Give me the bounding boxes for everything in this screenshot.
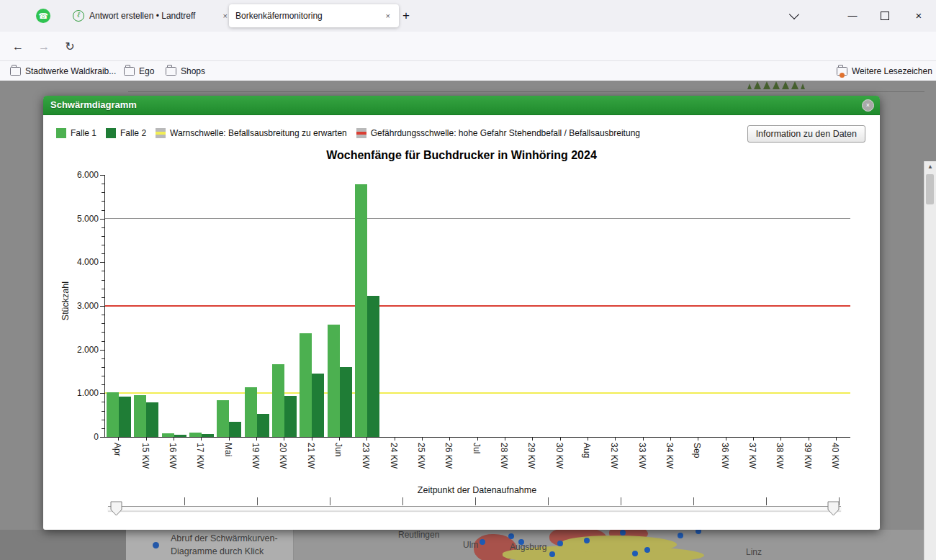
x-tick (366, 438, 367, 441)
x-tick (698, 438, 698, 441)
scrollbar-thumb[interactable] (926, 174, 934, 204)
dialog-header[interactable]: Schwärmdiagramm × (43, 96, 880, 115)
time-range-slider-track[interactable] (108, 506, 841, 511)
y-minor-tick (102, 428, 104, 429)
legend-threshold-swatch (156, 128, 166, 138)
threshold-line-5000 (105, 218, 850, 219)
minimize-button[interactable]: — (842, 9, 863, 23)
x-tick (256, 438, 257, 441)
bar-falle2-Jun (340, 367, 352, 437)
x-tick-label: Apr (112, 443, 122, 456)
x-tick (588, 438, 588, 441)
background-panel-edge (128, 91, 924, 92)
maximize-icon (881, 12, 889, 20)
y-major-tick (100, 262, 104, 263)
map-sidebar-panel: Abruf der Schwärmkurven- Diagramme durch… (126, 530, 294, 560)
y-minor-tick (102, 341, 104, 342)
dialog-title: Schwärmdiagramm (50, 99, 137, 110)
y-tick-label: 0 (43, 432, 99, 442)
x-tick-label: Jul (472, 443, 482, 453)
y-tick-label: 5.000 (43, 214, 99, 224)
y-minor-tick (102, 420, 104, 420)
map-trap-dot[interactable] (632, 551, 638, 556)
y-major-tick (100, 175, 104, 176)
x-tick-label: 40 KW (830, 443, 840, 469)
y-minor-tick (102, 236, 104, 237)
y-tick-label: 3.000 (43, 301, 99, 311)
x-tick (449, 438, 450, 441)
bar-falle2-20KW (284, 396, 297, 437)
back-button[interactable]: ← (9, 37, 27, 56)
y-minor-tick (102, 358, 104, 359)
map-trap-dot[interactable] (549, 551, 555, 557)
slider-tick (693, 497, 694, 505)
reload-button[interactable]: ↻ (60, 37, 79, 56)
bar-falle2-15KW (146, 402, 158, 437)
bookmark-item[interactable]: Ego (121, 64, 157, 78)
map-trap-dot[interactable] (678, 533, 683, 538)
x-tick (560, 438, 561, 441)
map-trap-dot[interactable] (508, 533, 514, 539)
slider-tick (330, 497, 330, 505)
plot-area (104, 175, 850, 438)
x-tick (780, 438, 781, 441)
tab-label: Borkenkäfermonitoring (235, 11, 379, 21)
map-city-label: Ulm (463, 540, 478, 550)
y-tick-label: 2.000 (43, 345, 99, 355)
slider-handle-right[interactable] (827, 501, 840, 516)
map-trap-dot[interactable] (518, 539, 524, 545)
threshold-line-3000 (105, 305, 850, 307)
x-tick-label: 30 KW (554, 443, 564, 469)
tab-close-icon[interactable]: × (384, 11, 392, 21)
bookmark-label: Stadtwerke Waldkraib... (25, 66, 116, 76)
maximize-button[interactable] (874, 9, 896, 23)
background-map: ReutlingenUlmAugsburgLinz (294, 530, 924, 560)
window-titlebar: ☎ ℓAntwort erstellen • Landtreff×Borkenk… (0, 0, 936, 32)
y-major-tick (100, 393, 104, 394)
x-tick-label: 15 KW (140, 443, 150, 469)
page-scrollbar[interactable]: ▲ ▼ (924, 161, 936, 560)
map-trap-dot[interactable] (480, 539, 485, 545)
bookmark-item[interactable]: Shops (163, 64, 208, 78)
info-button[interactable]: Information zu den Daten (747, 125, 865, 143)
legend-label: Warnschwelle: Befallsausbreitung zu erwa… (170, 128, 347, 138)
new-tab-button[interactable]: + (397, 7, 415, 24)
x-tick (174, 438, 174, 441)
note-bullet (153, 542, 159, 548)
swarm-diagram-dialog: Schwärmdiagramm × Falle 1Falle 2Warnschw… (43, 96, 880, 530)
window-close-button[interactable]: × (908, 9, 930, 23)
scroll-up-icon[interactable]: ▲ (924, 161, 936, 173)
x-tick-label: 38 KW (775, 443, 785, 469)
legend-label: Falle 2 (120, 128, 146, 138)
x-tick-label: Aug (582, 443, 592, 458)
whatsapp-icon: ☎ (38, 12, 48, 21)
y-minor-tick (102, 271, 104, 271)
pinned-tab-whatsapp[interactable]: ☎ (36, 9, 50, 23)
bar-falle1-15KW (134, 395, 146, 437)
tab-list-dropdown-button[interactable] (783, 9, 805, 23)
y-major-tick (100, 437, 104, 438)
y-minor-tick (102, 227, 104, 228)
map-region (562, 536, 677, 553)
map-trap-dot[interactable] (584, 538, 590, 543)
threshold-line-1000 (105, 392, 850, 394)
bar-falle2-21KW (312, 374, 324, 437)
bar-falle1-21KW (300, 333, 312, 437)
y-minor-tick (102, 192, 104, 193)
tab-inactive[interactable]: ℓAntwort erstellen • Landtreff× (66, 4, 236, 27)
map-trap-dot[interactable] (620, 530, 626, 536)
map-trap-dot[interactable] (557, 541, 563, 546)
tab-active[interactable]: Borkenkäfermonitoring× (229, 4, 399, 27)
slider-handle-left[interactable] (110, 501, 122, 516)
map-trap-dot[interactable] (696, 530, 701, 534)
bookmark-item[interactable]: Stadtwerke Waldkraib... (7, 64, 119, 78)
map-trap-dot[interactable] (644, 547, 650, 553)
y-minor-tick (102, 253, 104, 254)
forward-button[interactable]: → (35, 37, 53, 56)
folder-icon (10, 67, 21, 76)
bookmarks-more-button[interactable]: Weitere Lesezeichen (834, 64, 935, 78)
x-tick-label: 21 KW (306, 443, 316, 469)
legend-label: Falle 1 (71, 128, 96, 138)
dialog-close-button[interactable]: × (862, 99, 874, 112)
chevron-down-icon (789, 9, 799, 19)
